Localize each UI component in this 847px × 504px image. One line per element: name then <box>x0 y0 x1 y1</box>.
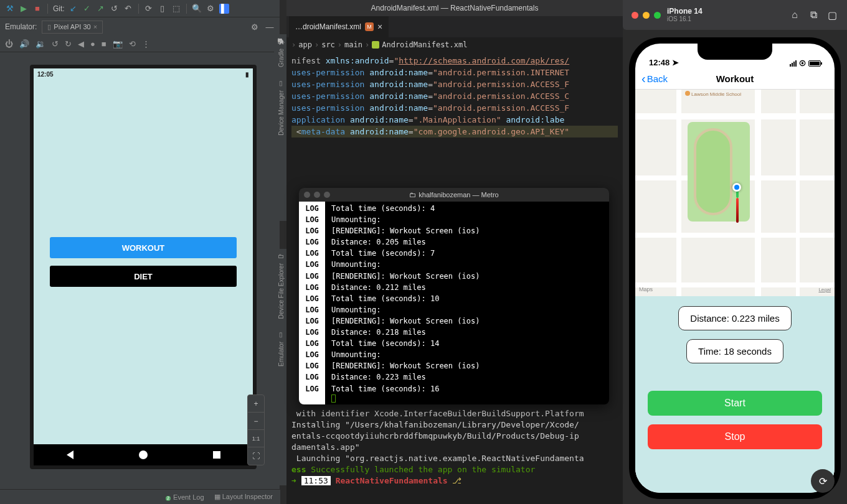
rotate-right-icon[interactable]: ↻ <box>65 39 72 49</box>
layout-inspector-button[interactable]: ▦ Layout Inspector <box>214 493 273 501</box>
stop-icon[interactable]: ■ <box>32 4 42 14</box>
gradle-tool-icon[interactable]: 🐘 <box>277 38 285 45</box>
close-tab-icon[interactable]: × <box>377 22 382 32</box>
rotate-icon[interactable]: ▢ <box>826 9 838 21</box>
settings-gear-icon[interactable]: ⚙ <box>206 4 215 14</box>
terminal-titlebar[interactable]: 🗀 khalfanibozeman — Metro <box>299 188 609 202</box>
more-icon[interactable]: ⋮ <box>142 39 150 49</box>
home-icon[interactable]: ⌂ <box>788 9 801 21</box>
iphone-simulator: 12:48 ➤ ⦿ ‹ Back Workout <box>629 37 841 499</box>
hammer-icon[interactable]: ⚒ <box>5 4 15 14</box>
back-button[interactable]: ‹ Back <box>635 72 668 86</box>
emulator-label: Emulator: <box>5 22 37 31</box>
folder-icon: 🗀 <box>409 191 416 198</box>
crumb-main[interactable]: main <box>344 40 362 49</box>
volume-up-icon[interactable]: 🔊 <box>19 39 29 49</box>
zoom-full-button[interactable]: ⛶ <box>248 447 264 465</box>
android-file-icon <box>372 41 379 49</box>
iphone-screen[interactable]: 12:48 ➤ ⦿ ‹ Back Workout <box>635 44 835 493</box>
android-studio-panel: ⚒ ▶ ■ Git: ↙ ✓ ↗ ↺ ↶ ⟳ ▯ ⬚ 🔍 ⚙ ▌ Emulato… <box>0 0 280 504</box>
zoom-out-button[interactable]: − <box>248 413 264 430</box>
screenshot-icon[interactable]: ⧉ <box>807 9 820 21</box>
sync-icon[interactable]: ⟳ <box>144 4 154 14</box>
battery-icon: ▮ <box>245 71 249 78</box>
reset-icon[interactable]: ⟲ <box>129 39 136 49</box>
vcs-push-icon[interactable]: ↗ <box>96 4 106 14</box>
start-button[interactable]: Start <box>648 391 822 416</box>
modified-badge: M <box>365 22 374 31</box>
workout-controls: Distance: 0.223 miles Time: 18 seconds S… <box>635 296 835 493</box>
crumb-app[interactable]: app <box>298 40 312 49</box>
close-tab-icon[interactable]: × <box>93 23 97 30</box>
crumb-file[interactable]: AndroidManifest.xml <box>372 40 467 49</box>
android-nav-bar <box>34 444 253 465</box>
back-icon[interactable]: ◀ <box>78 39 84 49</box>
minimize-icon[interactable]: — <box>265 22 275 32</box>
maps-legal-link[interactable]: Legal <box>818 287 831 292</box>
zoom-fit-button[interactable]: 1:1 <box>248 430 264 447</box>
iphone-notch <box>698 44 772 60</box>
traffic-lights[interactable] <box>632 12 661 19</box>
metro-terminal-window[interactable]: 🗀 khalfanibozeman — Metro LOGLOGLOGLOGLO… <box>299 188 609 404</box>
account-icon[interactable]: ▌ <box>219 4 229 14</box>
breadcrumb[interactable]: › app› src› main› AndroidManifest.xml <box>286 37 623 52</box>
chevron-left-icon: ‹ <box>641 72 646 86</box>
crumb-src[interactable]: src <box>321 40 335 49</box>
emulator-device-tab[interactable]: ▯ Pixel API 30 × <box>42 21 103 34</box>
git-label: Git: <box>53 4 65 13</box>
android-emulator-screen[interactable]: 12:05 ▮ WORKOUT DIET <box>30 65 257 469</box>
run-icon[interactable]: ▶ <box>19 4 29 14</box>
build-output[interactable]: with identifier Xcode.InterfaceBuilderBu… <box>286 406 623 493</box>
device-manager-label[interactable]: Device Manager <box>278 90 285 136</box>
volume-down-icon[interactable]: 🔉 <box>35 39 45 49</box>
android-status-bar: 12:05 ▮ <box>34 68 253 80</box>
time-readout: Time: 18 seconds <box>686 339 783 363</box>
tool-settings-icon[interactable]: ⚙ <box>250 22 260 32</box>
editor-tab-manifest[interactable]: …droidManifest.xml M × <box>289 16 389 37</box>
traffic-lights[interactable] <box>304 192 330 198</box>
nav-back-icon[interactable] <box>67 450 73 459</box>
screenshot-icon[interactable]: 📷 <box>113 39 123 49</box>
terminal-body[interactable]: LOGLOGLOGLOGLOGLOGLOGLOGLOGLOGLOGLOGLOGL… <box>299 202 609 404</box>
undo-icon[interactable]: ↶ <box>123 4 133 14</box>
map-view[interactable]: Lawson Middle School Maps Legal <box>635 90 835 296</box>
file-explorer-icon[interactable]: 🗀 <box>278 253 284 259</box>
code-editor[interactable]: nifest xmlns:android="http://schemas.and… <box>286 52 623 140</box>
window-title: AndroidManifest.xml — ReactNativeFundame… <box>286 0 623 16</box>
minimize-window-icon[interactable] <box>643 12 650 19</box>
file-explorer-label[interactable]: Device File Explorer <box>278 263 285 319</box>
workout-button[interactable]: WORKOUT <box>50 237 237 258</box>
device-name: Pixel API 30 <box>54 23 90 30</box>
floating-action-button[interactable]: ⟳ <box>811 469 835 493</box>
emulator-tool-icon[interactable]: ▯ <box>279 331 283 338</box>
main-toolbar: ⚒ ▶ ■ Git: ↙ ✓ ↗ ↺ ↶ ⟳ ▯ ⬚ 🔍 ⚙ ▌ <box>0 0 280 17</box>
overview-icon[interactable]: ■ <box>102 39 106 49</box>
emulator-display-area: 12:05 ▮ WORKOUT DIET + − 1:1 ⛶ <box>0 52 280 488</box>
sdk-icon[interactable]: ⬚ <box>171 4 181 14</box>
zoom-in-button[interactable]: + <box>248 395 264 413</box>
ios-time: 12:48 ➤ <box>649 58 679 67</box>
home-icon[interactable]: ● <box>90 39 95 49</box>
diet-button[interactable]: DIET <box>50 266 237 287</box>
event-log-button[interactable]: 2Event Log <box>166 493 204 501</box>
nav-recents-icon[interactable] <box>213 451 220 459</box>
stop-button[interactable]: Stop <box>648 424 822 449</box>
location-arrow-icon: ➤ <box>672 58 679 67</box>
vcs-update-icon[interactable]: ↙ <box>69 4 78 14</box>
rotate-left-icon[interactable]: ↺ <box>52 39 59 49</box>
emulator-tool-label[interactable]: Emulator <box>278 342 285 366</box>
power-icon[interactable]: ⏻ <box>5 39 13 49</box>
avd-icon[interactable]: ▯ <box>158 4 168 14</box>
xcode-simulator-header[interactable]: iPhone 14 iOS 16.1 ⌂ ⧉ ▢ <box>623 0 847 30</box>
device-manager-icon[interactable]: ▯ <box>279 80 283 86</box>
emulator-controls: ⏻ 🔊 🔉 ↺ ↻ ◀ ● ■ 📷 ⟲ ⋮ <box>0 36 280 52</box>
map-path-segment <box>736 198 739 223</box>
maximize-window-icon[interactable] <box>654 12 661 19</box>
vcs-commit-icon[interactable]: ✓ <box>82 4 92 14</box>
history-icon[interactable]: ↺ <box>110 4 120 14</box>
wifi-icon: ⦿ <box>799 60 806 67</box>
gradle-tool-label[interactable]: Gradle <box>278 49 285 67</box>
close-window-icon[interactable] <box>632 12 638 19</box>
search-icon[interactable]: 🔍 <box>192 4 202 14</box>
nav-home-icon[interactable] <box>139 450 148 459</box>
